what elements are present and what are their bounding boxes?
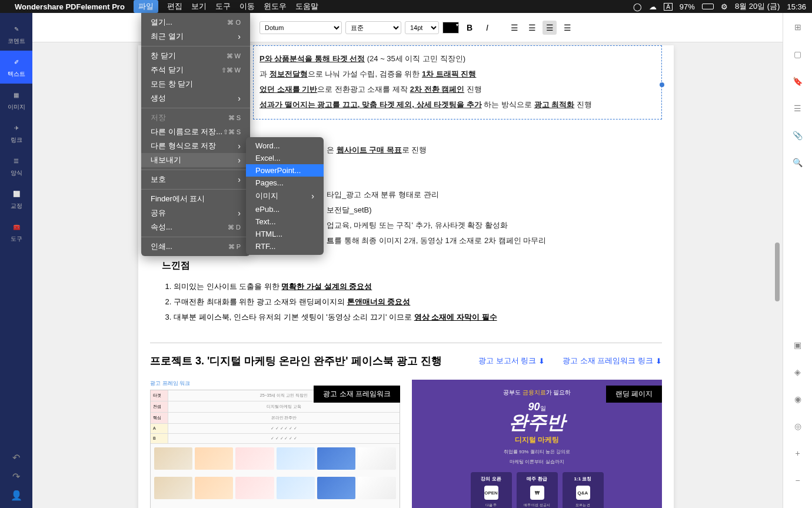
list-icon[interactable]: ☰ (793, 103, 803, 114)
minus-icon[interactable]: − (793, 475, 803, 486)
menu-show-finder[interactable]: Finder에서 표시 (141, 192, 250, 206)
cloud-icon[interactable]: ☁ (649, 2, 657, 11)
text-color-picker[interactable]: ▾ (442, 22, 459, 34)
app-name[interactable]: Wondershare PDFelement Pro (15, 2, 125, 11)
menu-close-annotation[interactable]: 주석 닫기⇧⌘ W (141, 63, 250, 77)
image-label: 광고 소재 프레임워크 (314, 386, 400, 403)
comment-icon: ✎ (11, 23, 22, 35)
export-powerpoint[interactable]: PowerPoint... (246, 164, 324, 177)
menu-recent[interactable]: 최근 열기 (141, 29, 250, 44)
menu-close-window[interactable]: 창 닫기⌘ W (141, 49, 250, 63)
menu-go[interactable]: 이동 (239, 1, 255, 12)
bold-button[interactable]: B (462, 21, 477, 35)
sidebar-item-image[interactable]: ▦ 이미지 (0, 84, 32, 117)
file-dropdown-menu: 열기...⌘ O 최근 열기 창 닫기⌘ W 주석 닫기⇧⌘ W 모든 창 닫기… (141, 13, 250, 256)
export-excel[interactable]: Excel... (246, 152, 324, 164)
redact-icon: ⬜ (11, 188, 22, 200)
export-rtf[interactable]: RTF... (246, 240, 324, 253)
align-left-button[interactable]: ☰ (507, 21, 521, 35)
image-icon: ▦ (11, 89, 22, 101)
form-icon: ☰ (11, 155, 22, 167)
export-epub[interactable]: ePub... (246, 203, 324, 215)
redo-icon[interactable]: ↷ (9, 469, 24, 483)
export-word[interactable]: Word... (246, 140, 324, 152)
landing-image: 공부도 금융치료가 필요하 90일 완주반 디지털 마케팅 취업률 93% 퀄리… (412, 380, 662, 508)
font-select[interactable]: Dotum (259, 21, 342, 34)
vertical-scrollbar[interactable] (775, 243, 780, 301)
menu-export[interactable]: 내보내기 (141, 153, 250, 167)
tools-icon: 🧰 (11, 221, 22, 233)
sidebar-item-link[interactable]: ✈ 링크 (0, 117, 32, 150)
menu-window[interactable]: 윈도우 (264, 1, 287, 12)
panel-icon-4[interactable]: ◎ (793, 421, 803, 431)
menu-help[interactable]: 도움말 (295, 1, 318, 12)
menu-view[interactable]: 보기 (191, 1, 207, 12)
menu-tools[interactable]: 도구 (215, 1, 231, 12)
menu-properties[interactable]: 속성...⌘ D (141, 220, 250, 234)
section-feelings-title: 느낀점 (162, 260, 662, 272)
page-icon[interactable]: ▢ (793, 49, 803, 59)
sidebar-item-redact[interactable]: ⬜ 교정 (0, 182, 32, 215)
export-pages[interactable]: Pages... (246, 177, 324, 189)
align-justify-button[interactable]: ☰ (560, 21, 574, 35)
download-icon: ⬇ (538, 357, 545, 366)
add-icon[interactable]: + (793, 448, 803, 459)
attachment-icon[interactable]: 📎 (793, 130, 803, 141)
align-right-button[interactable]: ☰ (543, 21, 557, 35)
panel-icon-2[interactable]: ◈ (793, 367, 803, 377)
input-source-icon[interactable]: A (664, 3, 673, 11)
menu-save-other[interactable]: 다른 형식으로 저장 (141, 139, 250, 153)
battery-icon (702, 4, 714, 9)
menubar-date[interactable]: 8월 20일 (금) (735, 1, 780, 12)
sidebar-label: 도구 (11, 235, 22, 243)
project-title: 프로젝트 3. '디지털 마케팅 온라인 완주반' 페이스북 광고 진행 (150, 354, 442, 368)
align-center-button[interactable]: ☰ (525, 21, 539, 35)
framework-image: 광고 프레임 워크 타겟25~35세 이직 고민 직장인 컨셉디지털 마케팅 교… (150, 380, 400, 508)
framework-link[interactable]: 광고 소재 프레임워크 링크 ⬇ (563, 356, 662, 366)
menu-save-as[interactable]: 다른 이름으로 저장...⇧⌘ S (141, 125, 250, 139)
project-3-header: 프로젝트 3. '디지털 마케팅 온라인 완주반' 페이스북 광고 진행 광고 … (150, 343, 662, 374)
list-item: 대부분 페이스북, 인스타 유저의 기본 셋팅이 '동영상 소리 끄기' 이므로… (174, 310, 662, 325)
control-center-icon[interactable]: ⚙ (721, 2, 728, 11)
sidebar-item-comment[interactable]: ✎ 코멘트 (0, 18, 32, 51)
menu-create[interactable]: 생성 (141, 91, 250, 105)
link-icon: ✈ (11, 122, 22, 134)
menubar-time[interactable]: 15:36 (787, 2, 806, 11)
sidebar-item-text[interactable]: ✐ 텍스트 (0, 51, 32, 84)
export-html[interactable]: HTML... (246, 228, 324, 240)
export-text[interactable]: Text... (246, 215, 324, 228)
style-select[interactable]: 표준 (345, 21, 401, 34)
list-item: 구매전환 최대화를 위한 광고 소재와 랜딩페이지의 톤앤매너의 중요성 (174, 294, 662, 310)
search-icon[interactable]: 🔍 (793, 157, 803, 168)
shield-icon[interactable]: ◯ (633, 2, 642, 11)
panel-icon-3[interactable]: ◉ (793, 394, 803, 404)
battery-percent: 97% (680, 2, 695, 11)
menu-protect[interactable]: 보호 (141, 172, 250, 187)
menu-print[interactable]: 인쇄...⌘ P (141, 240, 250, 254)
italic-button[interactable]: I (480, 21, 494, 35)
export-image[interactable]: 이미지 (246, 189, 324, 203)
sidebar-label: 링크 (11, 136, 22, 144)
undo-icon[interactable]: ↶ (9, 450, 24, 464)
macos-menubar: Wondershare PDFelement Pro 파일 편집 보기 도구 이… (0, 0, 812, 13)
download-icon: ⬇ (655, 357, 662, 366)
menu-share[interactable]: 공유 (141, 206, 250, 220)
menu-edit[interactable]: 편집 (167, 1, 182, 12)
list-item: 의미있는 인사이트 도출을 위한 명확한 가설 설계의 중요성 (174, 279, 662, 294)
sidebar-item-form[interactable]: ☰ 양식 (0, 150, 32, 182)
size-select[interactable]: 14pt (405, 21, 439, 34)
export-submenu: Word... Excel... PowerPoint... Pages... … (246, 137, 324, 255)
bookmark-icon[interactable]: 🔖 (793, 76, 803, 87)
menu-close-all[interactable]: 모든 창 닫기 (141, 77, 250, 91)
menu-file[interactable]: 파일 (134, 0, 158, 13)
sidebar-label: 교정 (11, 202, 22, 210)
sidebar-label: 텍스트 (8, 70, 25, 78)
user-icon[interactable]: 👤 (9, 488, 24, 502)
report-link[interactable]: 광고 보고서 링크 ⬇ (478, 356, 545, 366)
feelings-list: 의미있는 인사이트 도출을 위한 명확한 가설 설계의 중요성 구매전환 최대화… (150, 279, 662, 325)
menu-open[interactable]: 열기...⌘ O (141, 15, 250, 29)
panel-icon-1[interactable]: ▣ (793, 340, 803, 350)
sidebar-item-tools[interactable]: 🧰 도구 (0, 215, 32, 248)
selected-text-block[interactable]: P와 상품분석을 통해 타겟 선정 (24 ~ 35세 이직 고민 직장인) 과… (253, 45, 662, 119)
grid-icon[interactable]: ⊞ (793, 22, 803, 32)
